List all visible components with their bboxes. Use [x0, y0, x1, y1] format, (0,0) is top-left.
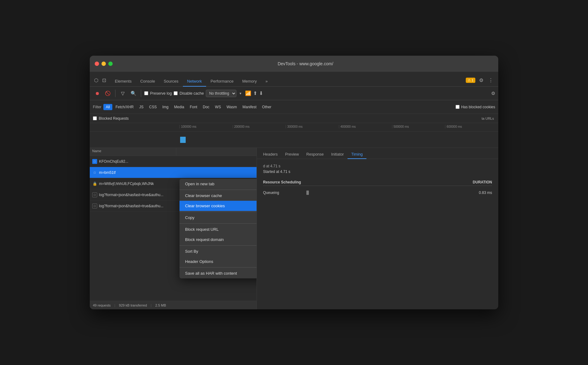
filter-tab-all[interactable]: All [103, 104, 112, 110]
throttle-select[interactable]: No throttling [206, 90, 236, 97]
warning-badge[interactable]: ⚠ 1 [466, 78, 475, 83]
network-toolbar: ⏺ 🚫 ▽ 🔍 Preserve log Disable cache No th… [90, 87, 498, 100]
timeline-ruler: 100000 ms 200000 ms 300000 ms 400000 ms … [90, 123, 498, 132]
ctx-clear-cache[interactable]: Clear browser cache [179, 191, 257, 201]
ctx-sort-by-label: Sort By [185, 249, 198, 254]
tab-headers[interactable]: Headers [259, 150, 281, 159]
ctx-open-new-tab[interactable]: Open in new tab [179, 179, 257, 189]
ctx-copy[interactable]: Copy › [179, 213, 257, 223]
tab-initiator[interactable]: Initiator [327, 150, 348, 159]
transferred-size: 929 kB transferred [119, 303, 147, 307]
filter-icon[interactable]: ▽ [119, 89, 127, 98]
clear-button[interactable]: 🚫 [103, 89, 112, 98]
tick-5: 500000 ms [392, 125, 445, 128]
tab-console[interactable]: Console [136, 76, 159, 87]
filter-bar: Filter All Fetch/XHR JS CSS Img Media Fo… [90, 100, 498, 114]
disable-cache-input[interactable] [174, 91, 178, 95]
details-tabs: Headers Preview Response Initiator Timin… [257, 148, 498, 159]
ctx-sep-4 [179, 245, 257, 246]
filter-tab-xhr[interactable]: Fetch/XHR [113, 104, 136, 110]
blocked-requests-checkbox-label[interactable]: Blocked Requests [93, 116, 129, 121]
requests-header: Name [90, 148, 257, 156]
filter-tab-js[interactable]: JS [137, 104, 146, 110]
request-item-0[interactable]: □ KFOmChqEu92... [90, 156, 257, 167]
filter-tab-img[interactable]: Img [160, 104, 171, 110]
tab-bar: ⬡ ⊡ Elements Console Sources Network Per… [90, 72, 498, 87]
queueing-value: 0.83 ms [479, 191, 492, 195]
tab-memory[interactable]: Memory [238, 76, 261, 87]
title-bar: DevTools - www.google.com/ [90, 56, 498, 72]
ctx-save-har-label: Save all as HAR with content [185, 271, 237, 276]
tab-sources[interactable]: Sources [159, 76, 183, 87]
ctx-header-options[interactable]: Header Options › [179, 256, 257, 267]
ctx-clear-cache-label: Clear browser cache [185, 193, 222, 198]
queueing-bar [306, 191, 309, 195]
ctx-copy-label: Copy [185, 215, 194, 220]
preserve-log-checkbox[interactable]: Preserve log [144, 91, 172, 96]
toolbar-divider-1 [115, 90, 115, 97]
timeline-bar [180, 137, 186, 143]
tab-icons: ⬡ ⊡ [93, 77, 107, 86]
timing-section-header: Resource Scheduling DURATION [263, 180, 492, 186]
preserve-log-input[interactable] [144, 91, 148, 95]
requests-count: 49 requests [93, 303, 110, 307]
ctx-sep-1 [179, 190, 257, 190]
ctx-block-url[interactable]: Block request URL [179, 224, 257, 234]
status-sep-2: | [151, 303, 152, 307]
cursor-icon[interactable]: ⬡ [93, 77, 99, 84]
filter-label: Filter [93, 105, 102, 109]
tab-timing[interactable]: Timing [348, 150, 366, 159]
more-options-icon[interactable]: ⋮ [487, 77, 495, 84]
disable-cache-checkbox[interactable]: Disable cache [174, 91, 204, 96]
filter-tab-other[interactable]: Other [260, 104, 274, 110]
ctx-clear-cookies[interactable]: Clear browser cookies [179, 201, 257, 211]
tick-6: 600000 ms [445, 125, 498, 128]
settings-icon[interactable]: ⚙ [478, 77, 485, 84]
close-button[interactable] [95, 62, 99, 66]
filter-tab-wasm[interactable]: Wasm [224, 104, 240, 110]
tab-network[interactable]: Network [183, 76, 206, 87]
queueing-bar-container [306, 191, 479, 195]
maximize-button[interactable] [108, 62, 113, 66]
filter-tab-doc[interactable]: Doc [200, 104, 212, 110]
tab-elements[interactable]: Elements [110, 76, 136, 87]
network-settings-icon[interactable]: ⚙ [491, 91, 495, 96]
blocked-requests-bar: Blocked Requests ta URLs [90, 114, 498, 123]
preserve-log-label: Preserve log [150, 91, 172, 96]
dock-icon[interactable]: ⊡ [102, 77, 107, 84]
devtools-window: DevTools - www.google.com/ ⬡ ⊡ Elements … [90, 56, 498, 309]
tick-2: 200000 ms [233, 125, 286, 128]
search-icon[interactable]: 🔍 [129, 89, 138, 98]
queueing-label: Queueing [263, 191, 306, 195]
details-content: d at 4.71 s Started at 4.71 s Resource S… [257, 159, 498, 309]
timeline-area: 100000 ms 200000 ms 300000 ms 400000 ms … [90, 123, 498, 148]
download-icon[interactable]: ⬇ [259, 90, 263, 96]
resource-scheduling-label: Resource Scheduling [263, 180, 301, 184]
filter-tab-manifest[interactable]: Manifest [240, 104, 259, 110]
tab-performance[interactable]: Performance [206, 76, 238, 87]
filter-tab-font[interactable]: Font [187, 104, 200, 110]
disable-cache-label: Disable cache [179, 91, 204, 96]
tick-3: 300000 ms [286, 125, 339, 128]
tick-4: 400000 ms [339, 125, 392, 128]
ctx-block-domain-label: Block request domain [185, 237, 224, 242]
tab-response[interactable]: Response [303, 150, 327, 159]
request-item-1[interactable]: □ m=bm51tf [90, 167, 257, 178]
tab-preview[interactable]: Preview [281, 150, 302, 159]
minimize-button[interactable] [102, 62, 106, 66]
record-button[interactable]: ⏺ [93, 89, 102, 98]
hide-data-urls-text: ta URLs [482, 117, 495, 120]
status-sep-1: | [114, 303, 115, 307]
filter-tab-ws[interactable]: WS [213, 104, 223, 110]
ctx-sort-by[interactable]: Sort By › [179, 246, 257, 256]
upload-icon[interactable]: ⬆ [253, 90, 257, 96]
has-blocked-cookies-checkbox[interactable] [456, 105, 460, 109]
timing-started-gray: d at 4.71 s [263, 164, 492, 168]
filter-tab-media[interactable]: Media [172, 104, 187, 110]
ctx-save-har[interactable]: Save all as HAR with content [179, 268, 257, 278]
tab-more[interactable]: » [261, 76, 272, 87]
has-blocked-cookies-label[interactable]: Has blocked cookies [456, 105, 495, 109]
filter-tab-css[interactable]: CSS [147, 104, 159, 110]
ctx-block-domain[interactable]: Block request domain [179, 234, 257, 245]
blocked-requests-checkbox[interactable] [93, 116, 97, 120]
